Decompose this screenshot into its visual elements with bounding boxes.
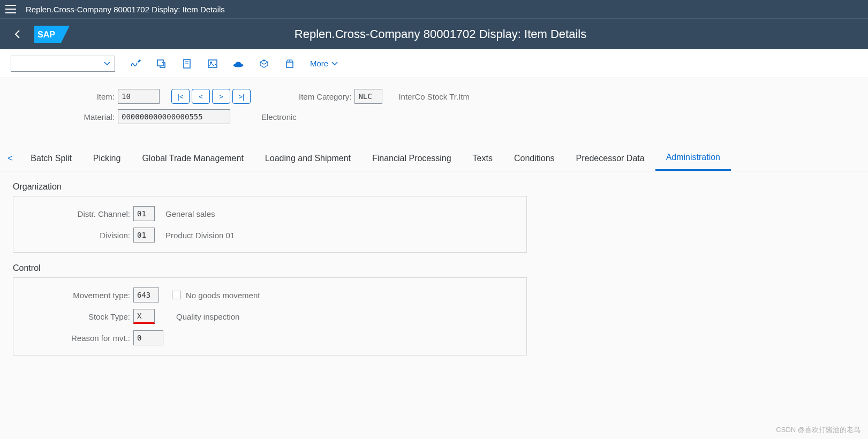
stock-type-text: Quality inspection	[176, 312, 239, 321]
window-title: Replen.Cross-Company 80001702 Display: I…	[26, 5, 225, 14]
top-bar: Replen.Cross-Company 80001702 Display: I…	[0, 0, 868, 18]
back-button[interactable]	[11, 28, 24, 41]
tab-scroll-left-icon[interactable]: <	[7, 154, 12, 163]
tab-loading-shipment[interactable]: Loading and Shipment	[254, 146, 361, 171]
page-title: Replen.Cross-Company 80001702 Display: I…	[70, 27, 811, 41]
sap-logo: SAP	[34, 26, 70, 43]
item-field[interactable]	[118, 89, 160, 104]
svg-point-7	[210, 62, 212, 63]
distr-channel-field[interactable]	[133, 206, 155, 221]
next-button[interactable]: >	[212, 89, 230, 104]
tab-texts[interactable]: Texts	[462, 146, 503, 171]
svg-rect-6	[208, 60, 217, 67]
item-category-label: Item Category:	[299, 92, 354, 101]
last-button[interactable]: >|	[232, 89, 251, 104]
header-bar: SAP Replen.Cross-Company 80001702 Displa…	[0, 18, 868, 49]
tab-picking[interactable]: Picking	[82, 146, 132, 171]
organization-section: Organization Distr. Channel: General sal…	[0, 171, 868, 263]
more-label: More	[310, 59, 328, 68]
item-category-text: InterCo Stock Tr.Itm	[398, 92, 470, 101]
distr-channel-text: General sales	[165, 209, 215, 218]
toolbar-select[interactable]	[11, 56, 115, 72]
signature-icon[interactable]	[130, 58, 141, 69]
control-title: Control	[13, 263, 855, 273]
tab-administration[interactable]: Administration	[655, 146, 731, 171]
image-icon[interactable]	[207, 58, 218, 69]
prev-button[interactable]: <	[192, 89, 210, 104]
division-field[interactable]	[133, 228, 155, 243]
tab-global-trade[interactable]: Global Trade Management	[131, 146, 254, 171]
stock-type-field[interactable]	[133, 309, 155, 324]
package-icon[interactable]	[284, 58, 295, 69]
hat-icon[interactable]	[233, 58, 244, 69]
reason-mvt-field[interactable]	[133, 330, 163, 345]
copy-icon[interactable]	[156, 58, 167, 69]
svg-point-9	[236, 62, 241, 65]
movement-type-label: Movement type:	[19, 291, 133, 300]
item-label: Item:	[11, 92, 118, 101]
no-goods-checkbox[interactable]	[172, 291, 180, 299]
tab-batch-split[interactable]: Batch Split	[20, 146, 82, 171]
no-goods-label: No goods movement	[186, 291, 260, 300]
control-section: Control Movement type: No goods movement…	[0, 263, 868, 366]
organization-title: Organization	[13, 182, 855, 192]
division-label: Division:	[19, 231, 133, 240]
stock-type-label: Stock Type:	[19, 312, 133, 321]
movement-type-field[interactable]	[133, 287, 159, 302]
item-category-field[interactable]	[354, 89, 382, 104]
svg-rect-3	[184, 59, 190, 68]
hamburger-icon[interactable]	[5, 5, 16, 13]
item-nav-buttons: |< < > >|	[171, 89, 251, 104]
material-field[interactable]	[118, 109, 230, 124]
toolbar: More	[0, 49, 868, 78]
material-text: Electronic	[261, 112, 297, 122]
tab-strip: < Batch Split Picking Global Trade Manag…	[0, 146, 868, 171]
document-icon[interactable]	[182, 58, 192, 69]
more-button[interactable]: More	[310, 59, 338, 68]
box-icon[interactable]	[259, 58, 269, 69]
tab-conditions[interactable]: Conditions	[503, 146, 565, 171]
division-text: Product Division 01	[165, 231, 235, 240]
first-button[interactable]: |<	[171, 89, 190, 104]
item-header-form: Item: |< < > >| Item Category: InterCo S…	[0, 78, 868, 135]
tab-predecessor-data[interactable]: Predecessor Data	[565, 146, 655, 171]
tab-financial-processing[interactable]: Financial Processing	[361, 146, 462, 171]
material-label: Material:	[11, 112, 118, 122]
svg-text:SAP: SAP	[37, 30, 55, 39]
control-box: Movement type: No goods movement Stock T…	[13, 277, 527, 355]
reason-mvt-label: Reason for mvt.:	[19, 334, 133, 343]
svg-rect-10	[286, 62, 293, 67]
svg-rect-2	[157, 60, 163, 66]
distr-channel-label: Distr. Channel:	[19, 209, 133, 218]
organization-box: Distr. Channel: General sales Division: …	[13, 196, 527, 253]
